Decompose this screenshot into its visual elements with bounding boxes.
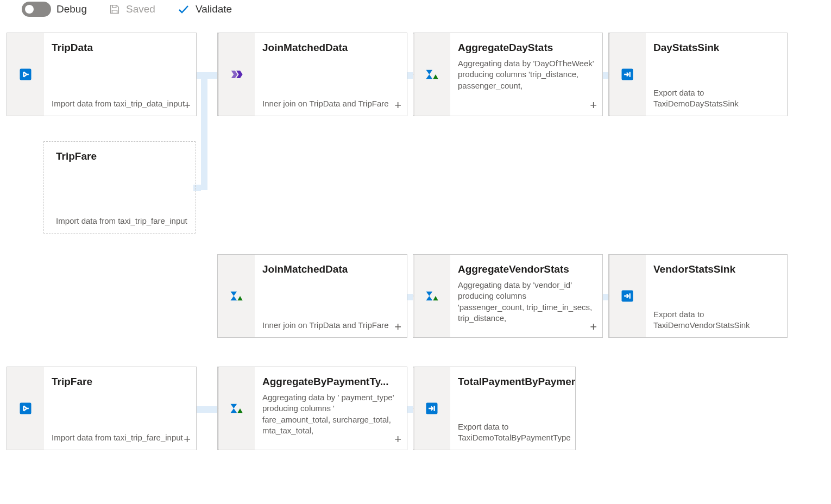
- node-desc: Inner join on TripData and TripFare: [262, 98, 399, 109]
- validate-button[interactable]: Validate: [177, 3, 232, 16]
- node-desc: Import data from taxi_trip_fare_input: [56, 216, 187, 226]
- sink-icon: [620, 67, 635, 82]
- node-desc: Export data to TaxiDemoVendorStatsSink: [653, 309, 779, 331]
- node-content: TripFare Import data from taxi_trip_fare…: [44, 367, 196, 450]
- saved-status: Saved: [109, 3, 155, 15]
- node-content: JoinMatchedData Inner join on TripData a…: [255, 255, 407, 337]
- chevron-out-icon: [407, 33, 407, 116]
- node-title: TotalPaymentByPaymen...: [458, 376, 576, 388]
- save-icon: [109, 3, 121, 15]
- check-icon: [177, 3, 190, 16]
- add-step-button[interactable]: +: [590, 321, 597, 333]
- chevron-out-icon: [407, 255, 407, 337]
- add-step-button[interactable]: +: [590, 99, 597, 111]
- node-desc: Inner join on TripData and TripFare: [262, 320, 399, 331]
- node-icon-box: [609, 33, 646, 116]
- add-step-button[interactable]: +: [184, 99, 191, 111]
- link: [201, 79, 207, 190]
- aggregate-icon: [424, 67, 439, 82]
- node-icon-box: [413, 255, 450, 337]
- node-desc: Aggregating data by 'DayOfTheWeek' produ…: [458, 58, 595, 91]
- node-desc: Aggregating data by 'vendor_id' producin…: [458, 280, 595, 324]
- add-step-button[interactable]: +: [394, 99, 401, 111]
- chevron-out-icon: [407, 367, 407, 450]
- node-icon-box: [413, 33, 450, 116]
- node-desc: Export data to TaxiDemoTotalByPaymentTyp…: [458, 421, 576, 444]
- aggregate-icon: [229, 401, 244, 416]
- node-aggregatevendorstats[interactable]: AggregateVendorStats Aggregating data by…: [413, 254, 603, 338]
- chevron-out-icon: [196, 33, 197, 116]
- node-content: AggregateDayStats Aggregating data by 'D…: [450, 33, 602, 116]
- node-content: DayStatsSink Export data to TaxiDemoDayS…: [646, 33, 787, 116]
- node-daystatssink[interactable]: DayStatsSink Export data to TaxiDemoDayS…: [608, 33, 788, 116]
- chevron-out-icon: [195, 142, 196, 233]
- node-icon-box: [609, 255, 646, 337]
- join-icon: [229, 67, 244, 82]
- node-title: AggregateDayStats: [458, 42, 595, 54]
- node-joinmatched-1[interactable]: JoinMatchedData Inner join on TripData a…: [217, 33, 407, 116]
- node-desc: Export data to TaxiDemoDayStatsSink: [653, 87, 779, 110]
- toolbar: Debug Saved Validate: [0, 0, 831, 22]
- node-content: JoinMatchedData Inner join on TripData a…: [255, 33, 407, 116]
- node-icon-box: [413, 367, 450, 450]
- node-title: JoinMatchedData: [262, 42, 399, 54]
- sink-icon: [620, 288, 635, 304]
- debug-label: Debug: [56, 3, 87, 15]
- node-content: AggregateByPaymentTy... Aggregating data…: [255, 367, 407, 450]
- svg-marker-4: [195, 142, 196, 233]
- node-content: TripFare Import data from taxi_trip_fare…: [44, 142, 195, 233]
- node-title: TripFare: [52, 376, 188, 388]
- node-content: TotalPaymentByPaymen... Export data to T…: [450, 367, 576, 450]
- node-content: VendorStatsSink Export data to TaxiDemoV…: [646, 255, 787, 337]
- chevron-out-icon: [602, 33, 603, 116]
- node-desc: Import data from taxi_trip_data_input: [52, 98, 188, 109]
- node-joinmatched-2[interactable]: JoinMatchedData Inner join on TripData a…: [217, 254, 407, 338]
- validate-label: Validate: [196, 3, 232, 15]
- node-content: AggregateVendorStats Aggregating data by…: [450, 255, 602, 337]
- node-desc: Import data from taxi_trip_fare_input: [52, 432, 188, 443]
- sink-icon: [424, 401, 439, 416]
- debug-toggle-group: Debug: [22, 2, 87, 17]
- chevron-out-icon: [196, 367, 197, 450]
- node-vendorstatssink[interactable]: VendorStatsSink Export data to TaxiDemoV…: [608, 254, 788, 338]
- node-icon-box: [218, 255, 255, 337]
- aggregate-icon: [229, 288, 244, 304]
- saved-label: Saved: [126, 3, 155, 15]
- add-step-button[interactable]: +: [394, 433, 401, 445]
- node-tripfare-ghost[interactable]: TripFare Import data from taxi_trip_fare…: [43, 141, 196, 234]
- node-desc: Aggregating data by ' payment_type' prod…: [262, 392, 399, 436]
- add-step-button[interactable]: +: [184, 433, 191, 445]
- flow-canvas[interactable]: TripData Import data from taxi_trip_data…: [0, 22, 831, 504]
- node-icon-box: [218, 367, 255, 450]
- node-title: TripData: [52, 42, 188, 54]
- node-title: VendorStatsSink: [653, 263, 779, 275]
- debug-toggle[interactable]: [22, 2, 51, 17]
- chevron-out-icon: [602, 255, 603, 337]
- add-step-button[interactable]: +: [394, 321, 401, 333]
- source-icon: [18, 67, 33, 82]
- node-totalpaymentbypayment[interactable]: TotalPaymentByPaymen... Export data to T…: [413, 367, 576, 450]
- node-title: JoinMatchedData: [262, 263, 399, 275]
- node-icon-box: [218, 33, 255, 116]
- node-icon-box: [7, 33, 44, 116]
- node-icon-box: [7, 367, 44, 450]
- node-title: AggregateVendorStats: [458, 263, 595, 275]
- node-tripdata[interactable]: TripData Import data from taxi_trip_data…: [7, 33, 197, 116]
- node-title: DayStatsSink: [653, 42, 779, 54]
- node-aggregatedaystats[interactable]: AggregateDayStats Aggregating data by 'D…: [413, 33, 603, 116]
- node-title: TripFare: [56, 150, 187, 162]
- node-aggregatebypaymenttype[interactable]: AggregateByPaymentTy... Aggregating data…: [217, 367, 407, 450]
- aggregate-icon: [424, 288, 439, 304]
- node-title: AggregateByPaymentTy...: [262, 376, 399, 388]
- node-tripfare[interactable]: TripFare Import data from taxi_trip_fare…: [7, 367, 197, 450]
- node-content: TripData Import data from taxi_trip_data…: [44, 33, 196, 116]
- source-icon: [18, 401, 33, 416]
